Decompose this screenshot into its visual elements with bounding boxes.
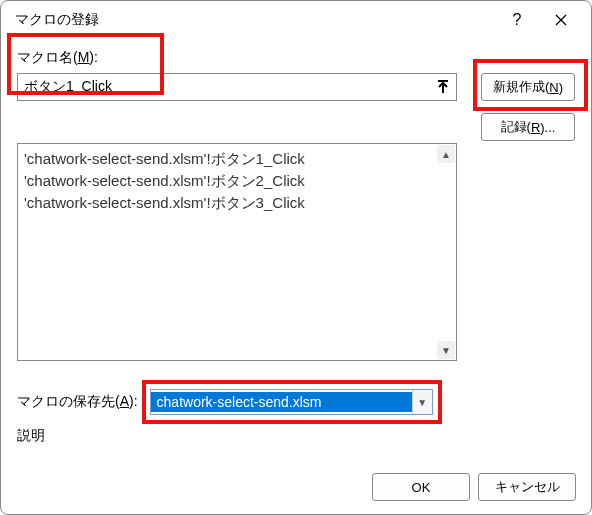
macro-name-label: マクロ名(M): [17,49,575,67]
scroll-down-icon[interactable]: ▼ [437,341,455,359]
create-button[interactable]: 新規作成(N) [481,73,575,101]
help-icon[interactable]: ? [495,1,539,39]
scroll-up-icon[interactable]: ▲ [437,145,455,163]
list-item[interactable]: 'chatwork-select-send.xlsm'!ボタン2_Click [22,170,452,192]
record-button[interactable]: 記録(R)... [481,113,575,141]
save-location-select[interactable]: chatwork-select-send.xlsm ▼ [150,389,433,415]
description-label: 説明 [17,427,575,445]
dialog-title: マクロの登録 [15,11,495,29]
macro-name-input[interactable] [17,73,457,101]
list-item[interactable]: 'chatwork-select-send.xlsm'!ボタン3_Click [22,192,452,214]
ok-button[interactable]: OK [372,473,470,501]
cancel-button[interactable]: キャンセル [478,473,576,501]
reference-icon[interactable] [430,74,456,100]
save-location-label: マクロの保存先(A): [17,393,138,411]
macro-list[interactable]: 'chatwork-select-send.xlsm'!ボタン1_Click '… [18,144,456,360]
save-location-value: chatwork-select-send.xlsm [151,392,412,412]
close-icon[interactable] [539,1,583,39]
list-item[interactable]: 'chatwork-select-send.xlsm'!ボタン1_Click [22,148,452,170]
chevron-down-icon[interactable]: ▼ [412,390,432,414]
